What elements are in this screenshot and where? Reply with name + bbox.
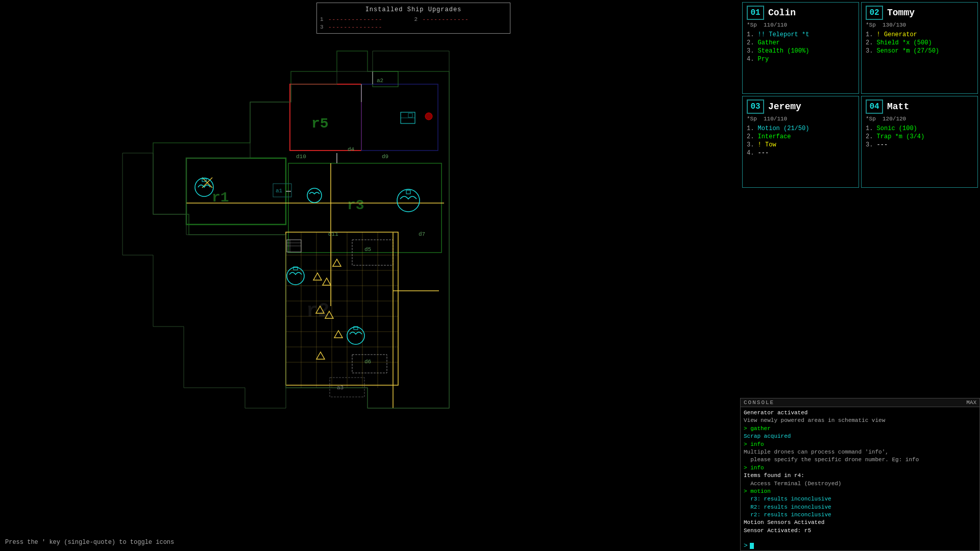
console-title-bar: CONSOLE MAX [741, 398, 979, 407]
char-ability-jeremy-3: 3. ! Tow [747, 141, 854, 148]
char-ability-colin-4: 4. Pry [747, 56, 854, 63]
char-sp-tommy: *Sp 130/130 [866, 22, 973, 28]
char-header-colin: 01 Colin [747, 6, 854, 20]
console-line: Generator activated [744, 409, 976, 417]
char-header-matt: 04 Matt [866, 99, 973, 114]
console-prompt[interactable]: > [741, 541, 979, 550]
char-header-tommy: 02 Tommy [866, 6, 973, 20]
char-name-matt: Matt [887, 102, 909, 112]
char-panel-tommy: 02 Tommy *Sp 130/130 1. ! Generator 2. S… [861, 2, 978, 94]
char-panel-colin: 01 Colin *Sp 110/110 1. !! Teleport *t 2… [742, 2, 859, 94]
console-line: Items found in r4: [744, 472, 976, 480]
svg-text:d7: d7 [419, 231, 425, 237]
svg-text:r5: r5 [311, 116, 329, 132]
svg-text:r3: r3 [347, 197, 364, 213]
char-ability-tommy-1: 1. ! Generator [866, 31, 973, 38]
char-ability-jeremy-2: 2. Interface [747, 133, 854, 140]
svg-rect-4 [288, 163, 442, 253]
svg-marker-46 [313, 273, 322, 280]
char-name-jeremy: Jeremy [768, 102, 801, 112]
char-ability-colin-2: 2. Gather [747, 39, 854, 46]
console-line: > motion [744, 488, 976, 495]
char-ability-colin-1: 1. !! Teleport *t [747, 31, 854, 38]
svg-text:d5: d5 [364, 246, 371, 253]
char-ability-tommy-3: 3. Sensor *m (27/50) [866, 47, 973, 55]
char-num-matt: 04 [866, 99, 883, 114]
svg-rect-67 [408, 113, 412, 117]
char-name-colin: Colin [768, 8, 796, 18]
console-line: > gather [744, 425, 976, 433]
svg-text:d6: d6 [364, 359, 371, 365]
char-num-jeremy: 03 [747, 99, 764, 114]
svg-text:d10: d10 [296, 154, 306, 160]
char-sp-colin: *Sp 110/110 [747, 22, 854, 28]
char-ability-matt-3: 3. --- [866, 141, 973, 148]
svg-rect-60 [406, 190, 410, 194]
char-ability-matt-1: 1. Sonic (100) [866, 125, 973, 132]
char-panels: 01 Colin *Sp 110/110 1. !! Teleport *t 2… [740, 0, 980, 190]
prompt-symbol: > [744, 542, 748, 549]
svg-marker-51 [316, 352, 325, 359]
char-panel-jeremy: 03 Jeremy *Sp 110/110 1. Motion (21/50) … [742, 96, 859, 188]
cursor [750, 543, 754, 549]
char-ability-matt-2: 2. Trap *m (3/4) [866, 133, 973, 140]
bottom-text: Press the ' key (single-quote) to toggle… [0, 539, 179, 546]
svg-rect-6 [186, 158, 286, 224]
console-panel: CONSOLE MAX Generator activated View new… [740, 398, 980, 551]
char-ability-jeremy-4: 4. --- [747, 149, 854, 157]
console-line: r2: results inconclusive [744, 511, 976, 519]
console-line: > info [744, 441, 976, 448]
console-line: View newly powered areas in schematic vi… [744, 417, 976, 424]
char-ability-colin-3: 3. Stealth (100%) [747, 47, 854, 55]
console-max-button[interactable]: MAX [966, 399, 976, 406]
svg-text:a1: a1 [276, 188, 283, 194]
svg-marker-47 [323, 278, 331, 285]
console-line: Motion Sensors Activated [744, 519, 976, 527]
console-line: r3: results inconclusive [744, 495, 976, 503]
svg-text:d11: d11 [328, 231, 338, 237]
char-num-tommy: 02 [866, 6, 883, 20]
svg-text:a2: a2 [377, 78, 383, 84]
svg-text:d4: d4 [348, 146, 355, 153]
svg-point-68 [425, 113, 432, 120]
char-ability-jeremy-1: 1. Motion (21/50) [747, 125, 854, 132]
map-area: r5 r3 r1 r2 a2 a1 a3 d4 d10 d9 d11 d7 d5… [0, 0, 495, 423]
console-line: Access Terminal (Destroyed) [744, 480, 976, 488]
console-line: Scrap acquired [744, 433, 976, 440]
console-line: Sensor Activated: r5 [744, 527, 976, 535]
console-title: CONSOLE [744, 399, 774, 406]
char-sp-jeremy: *Sp 110/110 [747, 116, 854, 122]
console-line: please specify the specific drone number… [744, 456, 976, 464]
console-line: Multiple drones can process command 'inf… [744, 448, 976, 456]
char-name-tommy: Tommy [887, 8, 915, 18]
console-output: Generator activated View newly powered a… [741, 407, 979, 541]
char-panel-matt: 04 Matt *Sp 120/120 1. Sonic (100) 2. Tr… [861, 96, 978, 188]
char-header-jeremy: 03 Jeremy [747, 99, 854, 114]
char-ability-tommy-2: 2. Shield *x (500) [866, 39, 973, 46]
char-num-colin: 01 [747, 6, 764, 20]
svg-text:d9: d9 [382, 154, 388, 160]
char-sp-matt: *Sp 120/120 [866, 116, 973, 122]
svg-marker-45 [333, 259, 341, 266]
svg-point-58 [307, 188, 322, 203]
svg-point-59 [397, 189, 420, 212]
console-line: R2: results inconclusive [744, 504, 976, 511]
console-line: > info [744, 464, 976, 472]
